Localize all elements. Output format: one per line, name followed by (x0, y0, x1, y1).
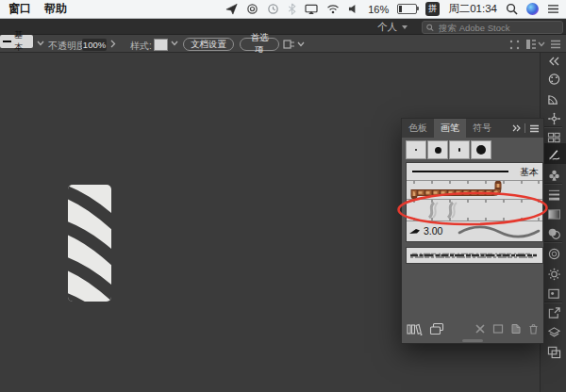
dock-divider (544, 241, 562, 242)
header-divider (524, 123, 525, 133)
color-themes-panel-icon[interactable] (546, 111, 561, 126)
calligraphic-brush-row (406, 140, 540, 159)
art-brush-width-value: 3.00 (424, 225, 442, 237)
dock-divider (544, 183, 562, 184)
spotlight-search-icon[interactable] (506, 3, 518, 15)
wave-brush-preview (458, 223, 541, 239)
panel-footer (407, 321, 539, 336)
volume-icon[interactable] (348, 4, 359, 14)
search-input[interactable] (437, 22, 558, 34)
brushes-panel: 色板 画笔 符号 基本 (401, 118, 544, 344)
control-bar-menu-icon[interactable] (550, 40, 561, 49)
brush-5pt-round[interactable] (427, 140, 448, 159)
brushes-panel-icon[interactable] (546, 146, 561, 161)
transparency-panel-icon[interactable] (546, 226, 561, 241)
stroke-preview-line (3, 41, 11, 42)
notification-center-icon[interactable] (547, 4, 559, 14)
control-bar: 基本 不透明度: 100% 样式: 文档设置 首选项 (0, 34, 566, 53)
tab-swatches[interactable]: 色板 (402, 119, 434, 138)
rope-brush-preview (407, 181, 542, 199)
touch-workspace-icon[interactable] (509, 40, 520, 50)
stroke-style-label: 基本 (14, 29, 30, 54)
collapse-panel-icon[interactable] (512, 124, 521, 132)
brush-tip-icon (409, 228, 421, 236)
expand-panels-icon[interactable] (548, 57, 560, 66)
basic-stroke-preview (412, 171, 508, 172)
workspace-switcher[interactable]: 个人 (377, 21, 408, 34)
align-options-icon[interactable] (283, 39, 295, 50)
dock-divider (544, 302, 562, 302)
brush-1pt-round[interactable] (406, 140, 426, 159)
brush-libraries-menu-icon[interactable] (407, 322, 423, 335)
symbols-panel-icon[interactable] (546, 168, 561, 183)
battery-percent: 16% (368, 4, 389, 15)
style-label: 样式: (130, 40, 152, 53)
layers-panel-icon[interactable] (546, 325, 561, 340)
panel-resize-handle[interactable] (462, 339, 483, 342)
new-brush-icon[interactable] (510, 323, 522, 335)
chevron-down-icon (402, 25, 408, 29)
brush-charcoal[interactable] (406, 247, 543, 264)
document-setup-button[interactable]: 文档设置 (183, 38, 234, 51)
brush-basic[interactable]: 基本 (407, 163, 542, 180)
brush-rope-pattern[interactable] (407, 180, 542, 199)
artboards-panel-icon[interactable] (546, 345, 561, 360)
chevron-right-icon[interactable] (110, 40, 116, 48)
menubar-clock[interactable]: 周二01:34 (448, 2, 497, 16)
opacity-value-field[interactable]: 100% (82, 39, 107, 51)
brush-10pt-round[interactable] (471, 140, 491, 159)
charcoal-brush-preview (407, 248, 541, 263)
brush-3pt-flat[interactable] (449, 140, 470, 159)
brush-list: 基本 (402, 138, 543, 343)
panel-tab-bar: 色板 画笔 符号 (402, 119, 543, 138)
panel-menu-icon[interactable] (529, 124, 540, 133)
appearance-panel-icon[interactable] (546, 267, 561, 282)
menubar: 窗口 帮助 16% 拼 周二01:34 (0, 0, 566, 19)
airplay-display-icon[interactable] (305, 4, 318, 15)
stroke-style-dropdown[interactable]: 基本 (0, 35, 33, 48)
search-icon (426, 24, 434, 32)
menu-help[interactable]: 帮助 (44, 1, 67, 17)
paper-plane-icon[interactable] (225, 3, 238, 15)
chevron-down-icon[interactable] (37, 41, 44, 46)
adobe-stock-search[interactable] (422, 21, 563, 34)
cc-libraries-panel-icon[interactable] (546, 246, 561, 261)
battery-icon[interactable] (397, 4, 417, 14)
stroke-panel-icon[interactable] (546, 187, 561, 202)
selected-object-options-icon[interactable] (492, 323, 504, 335)
brush-list-block: 基本 (406, 162, 543, 242)
time-machine-icon[interactable] (267, 3, 279, 15)
workspace-label: 个人 (377, 21, 397, 34)
siri-icon[interactable] (526, 3, 539, 15)
remove-brush-stroke-icon[interactable] (474, 323, 486, 335)
gradient-panel-icon[interactable] (546, 206, 561, 221)
chevron-down-icon[interactable] (171, 41, 178, 46)
application-bar: 个人 (0, 19, 566, 34)
input-method-icon[interactable]: 拼 (425, 2, 440, 16)
tab-brushes[interactable]: 画笔 (434, 119, 466, 138)
color-panel-icon[interactable] (546, 72, 561, 87)
brush-art-3pt[interactable]: 3.00 (407, 220, 542, 241)
spiral-icon[interactable] (246, 3, 258, 15)
preferences-button[interactable]: 首选项 (240, 38, 279, 51)
menu-window[interactable]: 窗口 (8, 1, 31, 17)
export-panel-icon[interactable] (546, 305, 561, 320)
dock-divider (544, 126, 562, 127)
delete-brush-icon[interactable] (528, 323, 539, 335)
graphic-styles-panel-icon[interactable] (546, 286, 561, 302)
chevron-down-icon[interactable] (297, 41, 305, 47)
arrange-documents-icon[interactable] (525, 39, 537, 50)
color-guide-panel-icon[interactable] (546, 91, 561, 106)
twist-brush-preview (407, 200, 542, 220)
brush-twist-pattern[interactable] (407, 199, 542, 220)
menubar-status-area: 16% 拼 周二01:34 (225, 2, 566, 16)
bluetooth-icon[interactable] (288, 3, 296, 15)
style-swatch[interactable] (154, 39, 168, 51)
striped-logo-artwork[interactable] (68, 185, 111, 302)
basic-brush-label: 基本 (520, 166, 539, 179)
wifi-icon[interactable] (326, 4, 340, 14)
chevron-down-icon[interactable] (538, 41, 545, 47)
tab-symbols[interactable]: 符号 (466, 119, 498, 138)
libraries-panel-button-icon[interactable] (429, 322, 444, 335)
